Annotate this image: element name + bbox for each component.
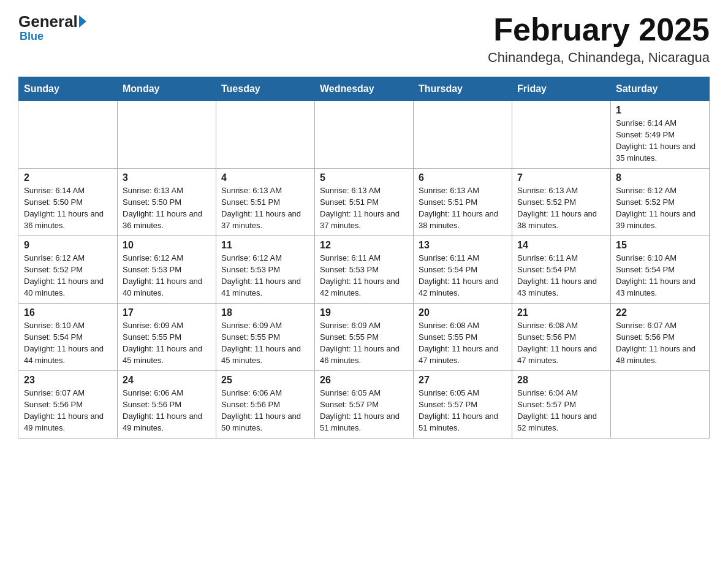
calendar-cell: 4Sunrise: 6:13 AM Sunset: 5:51 PM Daylig… bbox=[216, 169, 315, 236]
calendar-cell: 16Sunrise: 6:10 AM Sunset: 5:54 PM Dayli… bbox=[19, 304, 118, 371]
calendar-cell bbox=[19, 101, 118, 169]
day-info: Sunrise: 6:08 AM Sunset: 5:56 PM Dayligh… bbox=[517, 320, 605, 366]
calendar-row-3: 16Sunrise: 6:10 AM Sunset: 5:54 PM Dayli… bbox=[19, 304, 710, 371]
day-info: Sunrise: 6:09 AM Sunset: 5:55 PM Dayligh… bbox=[320, 320, 408, 366]
day-number: 18 bbox=[221, 307, 309, 318]
day-info: Sunrise: 6:12 AM Sunset: 5:52 PM Dayligh… bbox=[616, 185, 704, 231]
day-info: Sunrise: 6:06 AM Sunset: 5:56 PM Dayligh… bbox=[221, 388, 309, 434]
calendar-cell: 22Sunrise: 6:07 AM Sunset: 5:56 PM Dayli… bbox=[611, 304, 710, 371]
calendar-cell: 5Sunrise: 6:13 AM Sunset: 5:51 PM Daylig… bbox=[315, 169, 414, 236]
calendar-cell: 24Sunrise: 6:06 AM Sunset: 5:56 PM Dayli… bbox=[118, 371, 216, 439]
day-number: 23 bbox=[24, 375, 112, 386]
day-number: 16 bbox=[24, 307, 112, 318]
calendar-body: 1Sunrise: 6:14 AM Sunset: 5:49 PM Daylig… bbox=[19, 101, 710, 439]
day-number: 2 bbox=[24, 172, 112, 183]
day-number: 4 bbox=[221, 172, 309, 183]
calendar-cell: 27Sunrise: 6:05 AM Sunset: 5:57 PM Dayli… bbox=[414, 371, 512, 439]
calendar-cell: 2Sunrise: 6:14 AM Sunset: 5:50 PM Daylig… bbox=[19, 169, 118, 236]
calendar-cell: 26Sunrise: 6:05 AM Sunset: 5:57 PM Dayli… bbox=[315, 371, 414, 439]
day-info: Sunrise: 6:04 AM Sunset: 5:57 PM Dayligh… bbox=[517, 388, 605, 434]
day-number: 21 bbox=[517, 307, 605, 318]
calendar-cell: 19Sunrise: 6:09 AM Sunset: 5:55 PM Dayli… bbox=[315, 304, 414, 371]
weekday-saturday: Saturday bbox=[611, 77, 710, 101]
calendar-cell: 18Sunrise: 6:09 AM Sunset: 5:55 PM Dayli… bbox=[216, 304, 315, 371]
calendar-cell: 12Sunrise: 6:11 AM Sunset: 5:53 PM Dayli… bbox=[315, 236, 414, 304]
day-info: Sunrise: 6:13 AM Sunset: 5:50 PM Dayligh… bbox=[123, 185, 211, 231]
calendar-cell: 21Sunrise: 6:08 AM Sunset: 5:56 PM Dayli… bbox=[512, 304, 611, 371]
calendar-cell bbox=[216, 101, 315, 169]
calendar-row-4: 23Sunrise: 6:07 AM Sunset: 5:56 PM Dayli… bbox=[19, 371, 710, 439]
calendar-cell: 11Sunrise: 6:12 AM Sunset: 5:53 PM Dayli… bbox=[216, 236, 315, 304]
calendar-header: SundayMondayTuesdayWednesdayThursdayFrid… bbox=[19, 77, 710, 101]
logo-text: General bbox=[18, 12, 86, 31]
day-info: Sunrise: 6:12 AM Sunset: 5:52 PM Dayligh… bbox=[24, 253, 112, 299]
calendar-cell: 23Sunrise: 6:07 AM Sunset: 5:56 PM Dayli… bbox=[19, 371, 118, 439]
day-info: Sunrise: 6:07 AM Sunset: 5:56 PM Dayligh… bbox=[616, 320, 704, 366]
calendar-cell bbox=[315, 101, 414, 169]
calendar-subtitle: Chinandega, Chinandega, Nicaragua bbox=[488, 50, 710, 66]
day-number: 7 bbox=[517, 172, 605, 183]
day-number: 28 bbox=[517, 375, 605, 386]
day-info: Sunrise: 6:08 AM Sunset: 5:55 PM Dayligh… bbox=[419, 320, 507, 366]
calendar-table: SundayMondayTuesdayWednesdayThursdayFrid… bbox=[18, 77, 710, 439]
day-number: 24 bbox=[123, 375, 211, 386]
weekday-wednesday: Wednesday bbox=[315, 77, 414, 101]
day-info: Sunrise: 6:06 AM Sunset: 5:56 PM Dayligh… bbox=[123, 388, 211, 434]
weekday-sunday: Sunday bbox=[19, 77, 118, 101]
calendar-cell: 3Sunrise: 6:13 AM Sunset: 5:50 PM Daylig… bbox=[118, 169, 216, 236]
day-number: 8 bbox=[616, 172, 704, 183]
calendar-cell bbox=[414, 101, 512, 169]
calendar-cell: 20Sunrise: 6:08 AM Sunset: 5:55 PM Dayli… bbox=[414, 304, 512, 371]
day-number: 19 bbox=[320, 307, 408, 318]
calendar-cell: 25Sunrise: 6:06 AM Sunset: 5:56 PM Dayli… bbox=[216, 371, 315, 439]
day-info: Sunrise: 6:14 AM Sunset: 5:49 PM Dayligh… bbox=[616, 118, 704, 164]
weekday-tuesday: Tuesday bbox=[216, 77, 315, 101]
calendar-cell: 9Sunrise: 6:12 AM Sunset: 5:52 PM Daylig… bbox=[19, 236, 118, 304]
calendar-cell: 7Sunrise: 6:13 AM Sunset: 5:52 PM Daylig… bbox=[512, 169, 611, 236]
logo-general: General bbox=[18, 12, 78, 31]
day-info: Sunrise: 6:14 AM Sunset: 5:50 PM Dayligh… bbox=[24, 185, 112, 231]
page-header: General Blue February 2025 Chinandega, C… bbox=[18, 12, 710, 66]
day-number: 27 bbox=[419, 375, 507, 386]
day-number: 22 bbox=[616, 307, 704, 318]
day-number: 10 bbox=[123, 240, 211, 251]
day-number: 11 bbox=[221, 240, 309, 251]
day-info: Sunrise: 6:05 AM Sunset: 5:57 PM Dayligh… bbox=[419, 388, 507, 434]
day-number: 3 bbox=[123, 172, 211, 183]
day-number: 15 bbox=[616, 240, 704, 251]
day-number: 25 bbox=[221, 375, 309, 386]
day-info: Sunrise: 6:09 AM Sunset: 5:55 PM Dayligh… bbox=[123, 320, 211, 366]
day-number: 13 bbox=[419, 240, 507, 251]
day-info: Sunrise: 6:11 AM Sunset: 5:53 PM Dayligh… bbox=[320, 253, 408, 299]
day-info: Sunrise: 6:09 AM Sunset: 5:55 PM Dayligh… bbox=[221, 320, 309, 366]
calendar-title: February 2025 bbox=[488, 12, 710, 47]
day-info: Sunrise: 6:13 AM Sunset: 5:51 PM Dayligh… bbox=[320, 185, 408, 231]
day-info: Sunrise: 6:05 AM Sunset: 5:57 PM Dayligh… bbox=[320, 388, 408, 434]
calendar-cell: 28Sunrise: 6:04 AM Sunset: 5:57 PM Dayli… bbox=[512, 371, 611, 439]
calendar-cell: 6Sunrise: 6:13 AM Sunset: 5:51 PM Daylig… bbox=[414, 169, 512, 236]
calendar-cell: 1Sunrise: 6:14 AM Sunset: 5:49 PM Daylig… bbox=[611, 101, 710, 169]
calendar-cell bbox=[611, 371, 710, 439]
logo: General Blue bbox=[18, 12, 86, 43]
day-number: 6 bbox=[419, 172, 507, 183]
calendar-row-0: 1Sunrise: 6:14 AM Sunset: 5:49 PM Daylig… bbox=[19, 101, 710, 169]
logo-blue: Blue bbox=[18, 30, 44, 43]
day-info: Sunrise: 6:10 AM Sunset: 5:54 PM Dayligh… bbox=[616, 253, 704, 299]
weekday-friday: Friday bbox=[512, 77, 611, 101]
day-number: 12 bbox=[320, 240, 408, 251]
calendar-row-1: 2Sunrise: 6:14 AM Sunset: 5:50 PM Daylig… bbox=[19, 169, 710, 236]
calendar-title-area: February 2025 Chinandega, Chinandega, Ni… bbox=[488, 12, 710, 66]
day-info: Sunrise: 6:12 AM Sunset: 5:53 PM Dayligh… bbox=[123, 253, 211, 299]
day-info: Sunrise: 6:13 AM Sunset: 5:51 PM Dayligh… bbox=[419, 185, 507, 231]
day-number: 14 bbox=[517, 240, 605, 251]
day-number: 20 bbox=[419, 307, 507, 318]
calendar-cell: 13Sunrise: 6:11 AM Sunset: 5:54 PM Dayli… bbox=[414, 236, 512, 304]
day-info: Sunrise: 6:11 AM Sunset: 5:54 PM Dayligh… bbox=[419, 253, 507, 299]
day-info: Sunrise: 6:11 AM Sunset: 5:54 PM Dayligh… bbox=[517, 253, 605, 299]
day-info: Sunrise: 6:12 AM Sunset: 5:53 PM Dayligh… bbox=[221, 253, 309, 299]
day-info: Sunrise: 6:07 AM Sunset: 5:56 PM Dayligh… bbox=[24, 388, 112, 434]
calendar-cell: 8Sunrise: 6:12 AM Sunset: 5:52 PM Daylig… bbox=[611, 169, 710, 236]
day-number: 5 bbox=[320, 172, 408, 183]
day-number: 9 bbox=[24, 240, 112, 251]
weekday-monday: Monday bbox=[118, 77, 216, 101]
